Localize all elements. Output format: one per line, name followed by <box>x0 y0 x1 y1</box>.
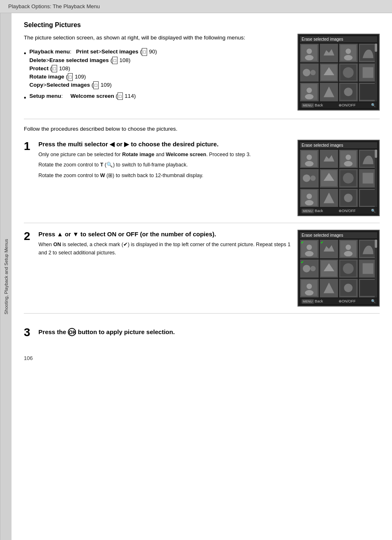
svg-point-64 <box>305 290 314 295</box>
svg-rect-38 <box>362 173 373 184</box>
cam-zoom-label: 🔍 <box>371 103 376 107</box>
print-set-entry: Print set>Select images (□ 90) <box>76 48 157 55</box>
s1-thumb-1 <box>300 150 319 168</box>
svg-point-47 <box>307 245 312 250</box>
svg-point-32 <box>303 175 310 182</box>
thumb-6 <box>320 63 339 82</box>
svg-point-18 <box>305 94 314 99</box>
svg-point-63 <box>307 284 312 289</box>
side-tab-label: Shooting, Playback and Setup Menus <box>4 239 9 314</box>
copy-entry: Copy>Selected images (□ 109) <box>30 82 112 88</box>
follow-text: Follow the procedures described below to… <box>24 125 380 133</box>
step-1-number: 1 <box>24 141 30 152</box>
page-number: 106 <box>24 339 380 365</box>
top-section: The picture selection screen, as shown a… <box>24 34 380 111</box>
s1-thumb-3 <box>339 150 358 168</box>
thumb-11 <box>339 83 358 102</box>
s2-thumb-1: ✔ <box>300 240 319 258</box>
s1-onoff-label: ⊕ON/OFF <box>339 209 356 213</box>
s2-thumb-9 <box>300 279 319 298</box>
thumb-7 <box>339 63 358 82</box>
bullet-content-2: Setup menu: Welcome screen (□ 114) <box>30 92 289 103</box>
page-header: Playback Options: The Playback Menu <box>0 0 392 13</box>
bullet-dot-2: • <box>24 93 26 103</box>
svg-point-56 <box>310 266 316 271</box>
cam-scroll-handle-top <box>375 44 377 52</box>
check-1: ✔ <box>301 240 304 245</box>
intro-text: The picture selection screen, as shown a… <box>24 34 289 42</box>
svg-point-2 <box>305 55 314 60</box>
svg-point-67 <box>344 284 353 293</box>
s1-thumb-5 <box>300 169 319 188</box>
svg-point-41 <box>305 200 314 205</box>
svg-point-48 <box>305 251 314 256</box>
cam-bottom-s1: MENU Back ⊕ON/OFF 🔍 <box>300 208 377 214</box>
step-2-right: Erase selected images ✔ ✔ <box>297 230 380 307</box>
step-3-block: 3 Press the OK button to apply picture s… <box>24 320 380 339</box>
cam-display-step2: Erase selected images ✔ ✔ <box>297 230 380 307</box>
step-1-block: 1 Press the multi selector ◀ or ▶ to cho… <box>24 140 380 224</box>
svg-point-33 <box>310 175 316 181</box>
step-1-left: 1 Press the multi selector ◀ or ▶ to cho… <box>24 140 291 217</box>
cam-menu-label: MENU Back <box>302 103 323 107</box>
svg-point-17 <box>307 88 312 93</box>
s1-menu-label: MENU Back <box>302 209 323 213</box>
cam-title-step1: Erase selected images <box>300 142 377 148</box>
s1-thumb-10 <box>320 189 339 208</box>
step-1-right: Erase selected images <box>297 140 380 217</box>
step-2-left: 2 Press ▲ or ▼ to select ON or OFF (or t… <box>24 230 291 307</box>
svg-rect-22 <box>360 84 376 100</box>
svg-point-21 <box>344 88 353 96</box>
playback-menu-label: Playback menu <box>30 48 70 55</box>
main-content: Selecting Pictures The picture selection… <box>12 13 392 540</box>
s2-thumb-10 <box>320 279 339 298</box>
cam-scroll-s1 <box>375 150 377 208</box>
svg-rect-15 <box>362 67 373 78</box>
s2-thumb-6 <box>320 259 339 278</box>
bullet-content-1: Playback menu: Print set>Select images (… <box>30 48 289 89</box>
cam-title-top: Erase selected images <box>300 36 377 42</box>
svg-point-1 <box>307 48 312 54</box>
svg-rect-61 <box>362 263 373 274</box>
side-tab: Shooting, Playback and Setup Menus <box>0 13 12 540</box>
thumb-3 <box>339 44 358 62</box>
s1-thumb-9 <box>300 189 319 208</box>
cam-display-top: Erase selected images <box>297 34 380 111</box>
s1-thumb-7 <box>339 169 358 188</box>
cam-scroll-top <box>375 44 377 102</box>
thumb-10 <box>320 83 339 102</box>
cam-bottom-top: MENU Back ⊕ON/OFF 🔍 <box>300 102 377 108</box>
svg-point-6 <box>344 55 353 60</box>
thumb-5 <box>300 63 319 82</box>
step-2-number: 2 <box>24 231 30 242</box>
welcome-screen-entry: Welcome screen (□ 114) <box>70 93 136 99</box>
cam-title-step2: Erase selected images <box>300 232 377 238</box>
step-3-title: Press the OK button to apply picture sel… <box>39 328 175 336</box>
cam-grid-step2: ✔ ✔ ✔ <box>300 240 377 298</box>
svg-point-13 <box>343 67 354 78</box>
svg-rect-68 <box>360 280 376 296</box>
svg-point-9 <box>303 69 310 76</box>
svg-point-52 <box>344 251 353 256</box>
svg-point-55 <box>303 265 310 272</box>
rotate-entry: Rotate image (□ 109) <box>30 74 86 80</box>
check-2: ✔ <box>321 240 324 245</box>
bullet-dot-1: • <box>24 48 26 89</box>
svg-point-40 <box>307 194 312 199</box>
s1-thumb-6 <box>320 169 339 188</box>
svg-point-24 <box>307 155 312 160</box>
svg-point-25 <box>305 161 314 166</box>
delete-entry: Delete>Erase selected images (□ 108) <box>30 57 131 63</box>
cam-scroll-s2 <box>375 240 377 298</box>
top-camera-screen: Erase selected images <box>297 34 380 111</box>
svg-point-44 <box>344 194 353 202</box>
page-wrapper: Playback Options: The Playback Menu Shoo… <box>0 0 392 540</box>
step-2-title: Press ▲ or ▼ to select ON or OFF (or the… <box>39 230 291 238</box>
section-heading: Selecting Pictures <box>24 21 380 29</box>
svg-point-29 <box>344 161 353 166</box>
step-2-body: When ON is selected, a check mark (✔) is… <box>39 241 291 257</box>
header-title: Playback Options: The Playback Menu <box>8 3 100 9</box>
step-3-number: 3 <box>24 327 30 338</box>
s2-zoom-label: 🔍 <box>371 299 376 303</box>
cam-scroll-handle-s2 <box>375 240 377 248</box>
